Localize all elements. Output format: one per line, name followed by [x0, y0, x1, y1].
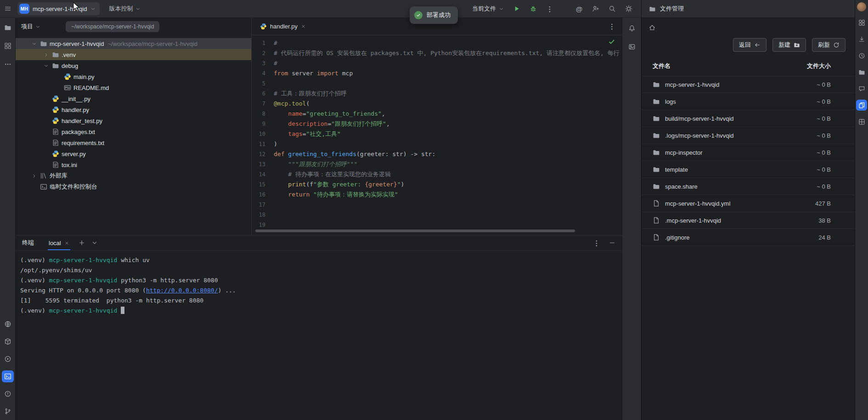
file-row-mcp-inspector[interactable]: mcp-inspector~ 0 B — [642, 144, 855, 161]
tree-item-server.py[interactable]: server.py — [16, 148, 251, 159]
code-area[interactable]: 1#2# 代码运行所需的 OS 安装包放在 packages.txt 中, Py… — [252, 35, 622, 235]
code-line-5[interactable]: 5 — [252, 78, 622, 89]
history-icon[interactable] — [856, 50, 867, 61]
code-line-12[interactable]: 12def greeting_to_friends(greeter: str) … — [252, 149, 622, 159]
dependencies-tool-icon[interactable] — [2, 336, 14, 347]
close-icon[interactable] — [64, 241, 69, 246]
file-row-space.share[interactable]: space.share~ 0 B — [642, 178, 855, 195]
more-actions-icon[interactable]: ⋮ — [544, 3, 556, 15]
terminal-tool-icon[interactable] — [2, 370, 14, 382]
tree-item-.venv[interactable]: .venv — [16, 49, 251, 60]
project-selector[interactable]: MH mcp-server-1-hvvqid — [17, 2, 100, 15]
file-row-.mcp-server-1-hvvqid[interactable]: .mcp-server-1-hvvqid38 B — [642, 212, 855, 229]
code-line-8[interactable]: 8 name="greeting_to_friends", — [252, 109, 622, 119]
code-line-17[interactable]: 17 — [252, 200, 622, 210]
code-line-14[interactable]: 14 # 待办事项：在这里实现您的业务逻辑 — [252, 169, 622, 179]
code-line-4[interactable]: 4from server import mcp — [252, 68, 622, 78]
run-config-selector[interactable]: 当前文件 — [472, 5, 504, 13]
terminal-output[interactable]: (.venv) mcp-server-1-hvvqid which uv/opt… — [16, 251, 622, 420]
services-tool-icon[interactable] — [2, 353, 14, 365]
tree-item-xxx[interactable]: 外部库 — [16, 170, 251, 181]
tree-item-xxxxxxxx[interactable]: 临时文件和控制台 — [16, 181, 251, 192]
code-line-11[interactable]: 11) — [252, 139, 622, 149]
chevron-down-icon[interactable] — [29, 41, 39, 47]
hamburger-menu-icon[interactable] — [2, 3, 14, 15]
chevron-down-icon[interactable] — [41, 63, 51, 69]
terminal-tab-local[interactable]: local — [44, 235, 74, 250]
project-tool-icon[interactable] — [2, 22, 14, 34]
folders-icon[interactable] — [856, 67, 867, 78]
terminal-options-icon[interactable]: ⋮ — [592, 238, 602, 248]
apps-grid-icon[interactable] — [856, 17, 867, 28]
editor-options-icon[interactable]: ⋮ — [609, 23, 615, 30]
column-filename: 文件名 — [653, 62, 671, 70]
file-row-.gitignore[interactable]: .gitignore24 B — [642, 229, 855, 246]
tree-item-README.md[interactable]: README.md — [16, 82, 251, 93]
code-line-19[interactable]: 19 — [252, 220, 622, 230]
image-preview-icon[interactable] — [626, 41, 638, 53]
tree-item-mcp-server-1-hvvqid[interactable]: mcp-server-1-hvvqid~/workspace/mcp-serve… — [16, 38, 251, 49]
user-avatar[interactable] — [857, 2, 866, 11]
code-line-13[interactable]: 13 """跟朋友们打个招呼""" — [252, 159, 622, 169]
notifications-bell-icon[interactable] — [626, 22, 638, 34]
structure-tool-icon[interactable] — [2, 40, 14, 52]
code-line-15[interactable]: 15 print(f"参数 greeter: {greeter}") — [252, 179, 622, 190]
debug-button[interactable] — [527, 3, 539, 15]
horizontal-scrollbar[interactable] — [255, 230, 575, 232]
new-terminal-icon[interactable] — [77, 238, 87, 248]
version-control-tool-icon[interactable] — [2, 405, 14, 417]
file-row-.logs-mcp-server-1-hvvqid[interactable]: .logs/mcp-server-1-hvvqid~ 0 B — [642, 127, 855, 144]
code-line-6[interactable]: 6# 工具：跟朋友们打个招呼 — [252, 89, 622, 99]
add-user-icon[interactable] — [590, 3, 602, 15]
code-line-18[interactable]: 18 — [252, 210, 622, 220]
downloads-icon[interactable] — [856, 34, 867, 45]
code-line-2[interactable]: 2# 代码运行所需的 OS 安装包放在 packages.txt 中, Pyth… — [252, 48, 622, 58]
new-folder-button[interactable]: 新建 — [772, 38, 806, 52]
more-tools-icon[interactable] — [2, 58, 14, 70]
code-line-9[interactable]: 9 description="跟朋友们打个招呼", — [252, 119, 622, 129]
refresh-button[interactable]: 刷新 — [812, 38, 845, 52]
code-line-7[interactable]: 7@mcp.tool( — [252, 99, 622, 109]
file-size: ~ 0 B — [817, 115, 831, 122]
minimize-icon[interactable] — [607, 238, 617, 248]
tab-handler-py[interactable]: handler.py — [254, 18, 311, 35]
code-line-3[interactable]: 3# — [252, 58, 622, 68]
file-row-mcp-server-1-hvvqid.yml[interactable]: mcp-server-1-hvvqid.yml427 B — [642, 195, 855, 212]
tree-item-requirements.txt[interactable]: requirements.txt — [16, 137, 251, 148]
home-icon[interactable] — [646, 22, 658, 34]
file-row-template[interactable]: template~ 0 B — [642, 161, 855, 178]
tree-item-packages.txt[interactable]: packages.txt — [16, 126, 251, 137]
chevron-down-icon[interactable] — [90, 238, 100, 248]
web-tool-icon[interactable] — [2, 318, 14, 330]
folder-icon — [649, 6, 656, 12]
file-row-mcp-server-1-hvvqid[interactable]: mcp-server-1-hvvqid~ 0 B — [642, 76, 855, 93]
tree-item-handler.py[interactable]: handler.py — [16, 104, 251, 115]
toolbar-icon-group: @ — [573, 3, 635, 15]
back-button[interactable]: 返回 — [733, 38, 767, 52]
settings-gear-icon[interactable] — [623, 3, 635, 15]
run-button[interactable] — [511, 3, 523, 15]
tree-item-debug[interactable]: debug — [16, 60, 251, 71]
code-line-1[interactable]: 1# — [252, 38, 622, 48]
tree-item-tox.ini[interactable]: tox.ini — [16, 159, 251, 170]
inspections-ok-icon[interactable] — [608, 38, 615, 45]
chevron-right-icon[interactable] — [29, 173, 39, 179]
tree-item-__init__.py[interactable]: __init__.py — [16, 93, 251, 104]
file-manager-icon[interactable] — [856, 100, 867, 111]
widgets-icon[interactable] — [856, 116, 867, 127]
chat-icon[interactable] — [856, 83, 867, 94]
chevron-right-icon[interactable] — [41, 52, 51, 58]
problems-tool-icon[interactable] — [2, 388, 14, 400]
code-line-16[interactable]: 16 return "待办事项：请替换为实际实现" — [252, 190, 622, 200]
terminal-link[interactable]: http://0.0.0.0:8080/ — [146, 287, 218, 294]
mentions-icon[interactable]: @ — [573, 3, 585, 15]
search-icon[interactable] — [606, 3, 618, 15]
tree-item-handler_test.py[interactable]: handler_test.py — [16, 115, 251, 126]
project-panel-title[interactable]: 项目 — [21, 22, 41, 31]
tree-item-main.py[interactable]: main.py — [16, 71, 251, 82]
file-row-logs[interactable]: logs~ 0 B — [642, 93, 855, 110]
file-row-build-mcp-server-1-hvvqid[interactable]: build/mcp-server-1-hvvqid~ 0 B — [642, 110, 855, 127]
vcs-selector[interactable]: 版本控制 — [109, 5, 141, 13]
close-icon[interactable] — [301, 24, 306, 29]
code-line-10[interactable]: 10 tags="社交,工具" — [252, 129, 622, 139]
